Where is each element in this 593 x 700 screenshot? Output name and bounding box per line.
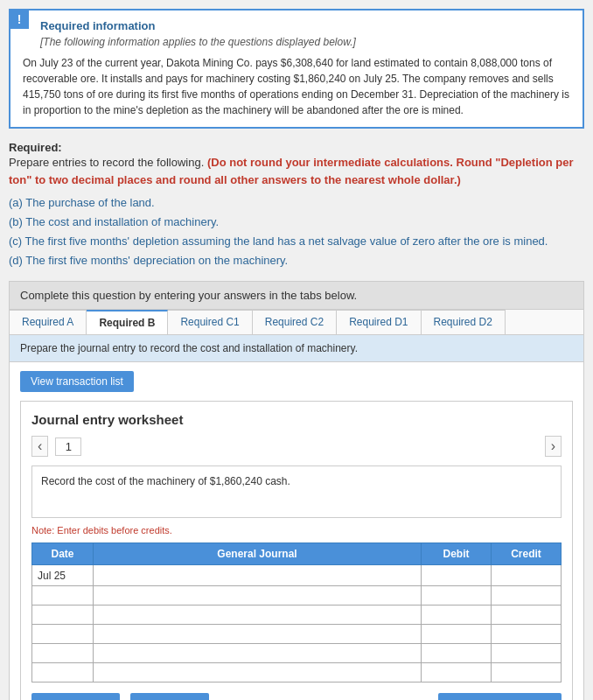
tab-content-text: Prepare the journal entry to record the … [10, 335, 583, 362]
row6-journal[interactable] [94, 663, 422, 682]
next-page-button[interactable]: › [545, 436, 562, 457]
required-label: Required: [9, 141, 584, 154]
row1-debit[interactable] [422, 565, 492, 586]
table-row: Jul 25 [32, 565, 562, 586]
row5-debit[interactable] [422, 644, 492, 663]
row2-journal[interactable] [94, 586, 422, 606]
page-nav: ‹ 1 › [31, 436, 562, 457]
required-section: Required: Prepare entries to record the … [9, 141, 584, 270]
row4-date[interactable] [32, 625, 94, 644]
row5-credit[interactable] [492, 644, 562, 663]
view-transaction-btn-wrapper: View transaction list [10, 362, 583, 401]
tab-required-c1[interactable]: Required C1 [168, 310, 252, 334]
tab-required-d2[interactable]: Required D2 [422, 310, 506, 334]
col-header-journal: General Journal [94, 543, 422, 565]
tabs-container: Required A Required B Required C1 Requir… [9, 310, 584, 700]
complete-bar: Complete this question by entering your … [9, 281, 584, 310]
row3-debit[interactable] [422, 606, 492, 625]
journal-table: Date General Journal Debit Credit Jul 25 [31, 542, 562, 682]
row6-debit[interactable] [422, 663, 492, 682]
table-row [32, 663, 562, 682]
row2-date[interactable] [32, 586, 94, 606]
prev-page-button[interactable]: ‹ [31, 436, 48, 457]
tab-required-a[interactable]: Required A [10, 310, 87, 334]
view-general-journal-button[interactable]: View general journal [438, 693, 562, 700]
tabs-row: Required A Required B Required C1 Requir… [10, 310, 583, 335]
col-header-date: Date [32, 543, 94, 565]
row5-journal[interactable] [94, 644, 422, 663]
info-box-title: Required information [40, 19, 570, 32]
list-item-b: (b) The cost and installation of machine… [9, 213, 584, 232]
bottom-buttons: Record entry Clear entry View general jo… [31, 693, 562, 700]
row4-debit[interactable] [422, 625, 492, 644]
list-item-c: (c) The first five months' depletion ass… [9, 232, 584, 251]
required-list: (a) The purchase of the land. (b) The co… [9, 193, 584, 270]
row1-journal[interactable] [94, 565, 422, 586]
row1-date[interactable]: Jul 25 [32, 565, 94, 586]
row3-date[interactable] [32, 606, 94, 625]
row5-date[interactable] [32, 644, 94, 663]
row1-credit[interactable] [492, 565, 562, 586]
list-item-d: (d) The first five months' depreciation … [9, 251, 584, 270]
note-text: Note: Enter debits before credits. [31, 525, 562, 536]
page-number: 1 [55, 438, 81, 456]
tab-required-d1[interactable]: Required D1 [337, 310, 421, 334]
row2-credit[interactable] [492, 586, 562, 606]
row4-credit[interactable] [492, 625, 562, 644]
info-icon: ! [10, 10, 29, 29]
row2-debit[interactable] [422, 586, 492, 606]
tab-required-b[interactable]: Required B [87, 310, 168, 334]
row4-journal[interactable] [94, 625, 422, 644]
info-box-subtitle: [The following information applies to th… [40, 36, 570, 48]
info-box-body: On July 23 of the current year, Dakota M… [23, 55, 570, 118]
table-row [32, 625, 562, 644]
clear-entry-button[interactable]: Clear entry [130, 693, 210, 700]
view-transaction-button[interactable]: View transaction list [20, 371, 134, 392]
worksheet-container: Journal entry worksheet ‹ 1 › Record the… [20, 401, 573, 700]
record-text-box: Record the cost of the machinery of $1,8… [31, 466, 562, 518]
worksheet-title: Journal entry worksheet [31, 412, 562, 427]
table-row [32, 644, 562, 663]
list-item-a: (a) The purchase of the land. [9, 193, 584, 213]
table-row [32, 606, 562, 625]
row6-credit[interactable] [492, 663, 562, 682]
required-text: Prepare entries to record the following.… [9, 154, 584, 188]
record-entry-button[interactable]: Record entry [31, 693, 120, 700]
page-nav-inner: ‹ 1 [31, 436, 81, 457]
col-header-debit: Debit [422, 543, 492, 565]
info-box: ! Required information [The following in… [9, 9, 584, 129]
col-header-credit: Credit [492, 543, 562, 565]
table-row [32, 586, 562, 606]
row3-journal[interactable] [94, 606, 422, 625]
row6-date[interactable] [32, 663, 94, 682]
tab-required-c2[interactable]: Required C2 [253, 310, 337, 334]
row3-credit[interactable] [492, 606, 562, 625]
